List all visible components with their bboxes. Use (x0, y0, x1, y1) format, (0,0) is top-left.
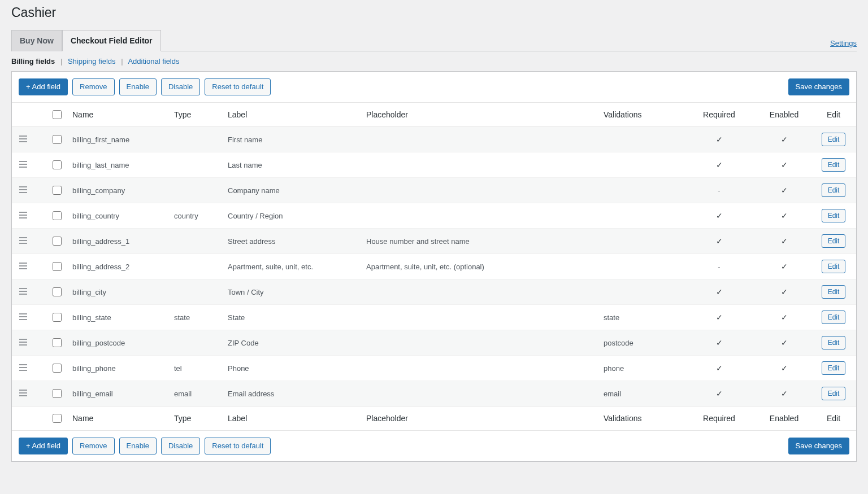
row-enabled: ✓ (752, 152, 817, 178)
dash-icon: - (718, 263, 720, 271)
row-enabled: ✓ (752, 254, 817, 279)
edit-button[interactable]: Edit (822, 387, 846, 400)
save-changes-button[interactable]: Save changes (788, 78, 849, 95)
drag-handle-icon[interactable] (19, 287, 28, 295)
row-required: ✓ (687, 203, 752, 229)
edit-button[interactable]: Edit (822, 209, 846, 222)
drag-handle-icon[interactable] (19, 262, 28, 270)
edit-button[interactable]: Edit (822, 361, 846, 375)
drag-handle-icon[interactable] (19, 313, 28, 321)
row-label: ZIP Code (223, 330, 362, 356)
row-checkbox[interactable] (53, 237, 62, 246)
row-label: First name (223, 127, 362, 152)
drag-handle-icon[interactable] (19, 389, 28, 397)
fields-table: Name Type Label Placeholder Validations … (12, 102, 856, 431)
row-checkbox[interactable] (53, 389, 62, 398)
tab-checkout-field-editor[interactable]: Checkout Field Editor (62, 30, 161, 51)
edit-button[interactable]: Edit (822, 183, 846, 197)
row-validations: email (599, 381, 687, 406)
drag-handle-icon[interactable] (19, 160, 28, 168)
save-changes-button[interactable]: Save changes (788, 438, 849, 454)
row-validations (599, 127, 687, 152)
check-icon: ✓ (781, 313, 788, 322)
add-field-button[interactable]: + Add field (19, 78, 68, 95)
row-checkbox[interactable] (53, 287, 62, 296)
drag-handle-icon[interactable] (19, 211, 28, 219)
table-row: billing_last_nameLast name✓✓Edit (12, 152, 856, 178)
drag-handle-icon[interactable] (19, 338, 28, 346)
row-enabled: ✓ (752, 279, 817, 305)
page-title: Cashier (11, 0, 857, 29)
section-links: Billing fields | Shipping fields | Addit… (11, 57, 857, 65)
section-link-billing[interactable]: Billing fields (11, 57, 55, 65)
remove-button[interactable]: Remove (72, 438, 114, 454)
check-icon: ✓ (781, 160, 788, 169)
drag-handle-icon[interactable] (19, 135, 28, 143)
drag-handle-icon[interactable] (19, 186, 28, 194)
toolbar-top: + Add field Remove Enable Disable Reset … (12, 72, 856, 102)
edit-button[interactable]: Edit (822, 336, 846, 349)
row-checkbox[interactable] (53, 313, 62, 322)
row-checkbox[interactable] (53, 338, 62, 347)
row-type (170, 178, 223, 203)
disable-button[interactable]: Disable (161, 438, 200, 454)
toolbar-bottom: + Add field Remove Enable Disable Reset … (12, 431, 856, 461)
select-all-checkbox-top[interactable] (53, 110, 62, 119)
row-checkbox[interactable] (53, 160, 62, 169)
enable-button[interactable]: Enable (119, 438, 157, 454)
row-validations: state (599, 305, 687, 330)
row-label: Country / Region (223, 203, 362, 229)
section-link-shipping[interactable]: Shipping fields (68, 57, 116, 65)
row-checkbox[interactable] (53, 211, 62, 220)
edit-button[interactable]: Edit (822, 234, 846, 248)
row-validations (599, 229, 687, 254)
table-row: billing_first_nameFirst name✓✓Edit (12, 127, 856, 152)
row-name: billing_state (68, 305, 170, 330)
row-name: billing_city (68, 279, 170, 305)
check-icon: ✓ (716, 364, 723, 373)
row-placeholder (362, 381, 599, 406)
row-validations: postcode (599, 330, 687, 356)
row-type (170, 279, 223, 305)
row-required: ✓ (687, 356, 752, 381)
drag-handle-icon[interactable] (19, 364, 28, 371)
edit-button[interactable]: Edit (822, 133, 846, 146)
edit-button[interactable]: Edit (822, 158, 846, 172)
check-icon: ✓ (716, 160, 723, 169)
row-required: - (687, 254, 752, 279)
drag-handle-icon[interactable] (19, 237, 28, 244)
row-placeholder (362, 152, 599, 178)
reset-button[interactable]: Reset to default (205, 438, 271, 454)
row-checkbox[interactable] (53, 364, 62, 373)
disable-button[interactable]: Disable (161, 78, 200, 95)
row-enabled: ✓ (752, 330, 817, 356)
row-type: state (170, 305, 223, 330)
select-all-checkbox-bottom[interactable] (53, 414, 62, 423)
col-header-check (34, 103, 68, 127)
edit-button[interactable]: Edit (822, 285, 846, 299)
table-row: billing_countrycountryCountry / Region✓✓… (12, 203, 856, 229)
row-enabled: ✓ (752, 203, 817, 229)
settings-link[interactable]: Settings (830, 39, 857, 51)
col-header-required: Required (687, 103, 752, 127)
row-checkbox[interactable] (53, 135, 62, 144)
row-type: tel (170, 356, 223, 381)
edit-button[interactable]: Edit (822, 311, 846, 324)
check-icon: ✓ (716, 338, 723, 347)
row-type: email (170, 381, 223, 406)
add-field-button[interactable]: + Add field (19, 438, 68, 454)
field-panel: + Add field Remove Enable Disable Reset … (11, 71, 857, 462)
enable-button[interactable]: Enable (119, 78, 157, 95)
row-placeholder (362, 356, 599, 381)
col-footer-validations: Validations (599, 406, 687, 431)
remove-button[interactable]: Remove (72, 78, 114, 95)
row-checkbox[interactable] (53, 186, 62, 195)
reset-button[interactable]: Reset to default (205, 78, 271, 95)
edit-button[interactable]: Edit (822, 260, 846, 273)
tab-buy-now[interactable]: Buy Now (11, 30, 62, 51)
row-type (170, 152, 223, 178)
section-link-additional[interactable]: Additional fields (128, 57, 179, 65)
row-checkbox[interactable] (53, 262, 62, 271)
row-type (170, 330, 223, 356)
row-label: Apartment, suite, unit, etc. (223, 254, 362, 279)
